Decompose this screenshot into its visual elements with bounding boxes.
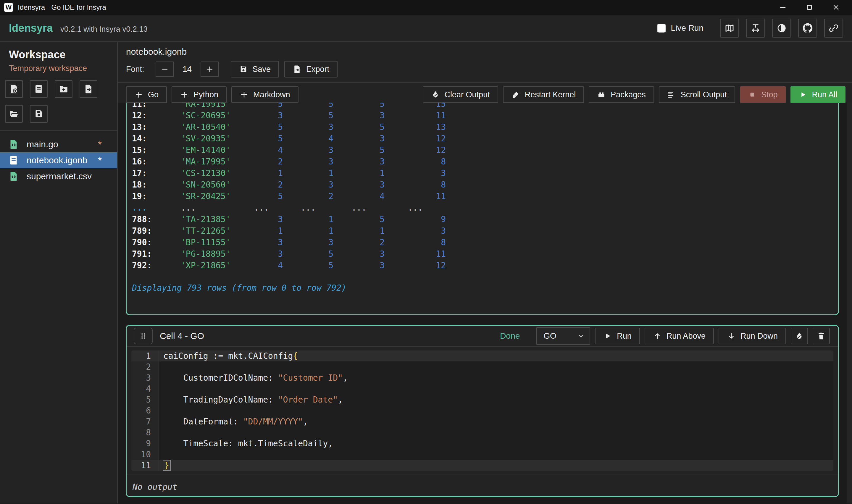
save-button[interactable]: Save	[231, 61, 279, 77]
row-index: 789:	[132, 225, 181, 237]
open-folder-button[interactable]	[5, 105, 23, 123]
new-notebook-icon	[34, 84, 44, 94]
maximize-icon[interactable]	[805, 3, 814, 12]
line-number: 2	[131, 361, 159, 372]
cell-language-select[interactable]: GO	[536, 327, 590, 345]
clear-cell-output-button[interactable]	[791, 328, 808, 344]
value-cell: 8	[385, 179, 446, 191]
restart-kernel-button[interactable]: Restart Kernel	[503, 86, 584, 103]
header-github-button[interactable]	[798, 19, 817, 38]
code-token: DateFormat:	[163, 417, 243, 427]
clear-output-button[interactable]: Clear Output	[423, 86, 498, 103]
new-notebook-button[interactable]	[30, 80, 48, 98]
run-down-button[interactable]: Run Down	[719, 328, 786, 344]
value-cell: 12	[385, 144, 446, 156]
file-name: supermarket.csv	[26, 171, 92, 181]
row-index: ...	[132, 202, 181, 214]
live-run-checkbox[interactable]	[657, 24, 666, 33]
row-index: 790:	[132, 237, 181, 248]
run-button[interactable]: Run	[595, 328, 640, 344]
workspace-tool-buttons	[5, 80, 111, 123]
cell4-code-editor[interactable]: 1caiConfig := mkt.CAIConfig{23 CustomerI…	[131, 350, 833, 471]
notebook-scroll-area[interactable]: 11:'RA-19915'5551512:'SC-20695'3531113:'…	[118, 103, 852, 503]
stop-button[interactable]: Stop	[740, 86, 786, 103]
code-line: 4	[131, 383, 833, 394]
customer-id-cell: 'XP-21865'	[181, 260, 240, 271]
add-go-cell-button[interactable]: Go	[126, 86, 167, 103]
value-cell: 3	[333, 110, 385, 121]
minimize-icon[interactable]	[779, 3, 787, 12]
output-table-footer: Displaying 793 rows (from row 0 to row 7…	[132, 283, 838, 293]
code-text: TimeScale: mkt.TimeScaleDaily,	[159, 438, 333, 449]
packages-button[interactable]: Packages	[589, 86, 654, 103]
new-file-button[interactable]	[5, 80, 23, 98]
code-token: ,	[303, 417, 308, 427]
header-link-button[interactable]	[824, 19, 843, 38]
stop-icon	[748, 90, 757, 99]
window-title: Idensyra - Go IDE for Insyra	[18, 3, 106, 12]
notebook-scrollbar[interactable]	[847, 103, 852, 503]
code-line: 3 CustomerIDColName: "Customer ID",	[131, 372, 833, 383]
window-controls	[779, 3, 840, 12]
add-python-cell-button[interactable]: Python	[171, 86, 226, 103]
new-folder-button[interactable]	[55, 80, 72, 98]
line-number: 1	[131, 350, 159, 361]
new-file-icon	[9, 84, 19, 94]
value-cell: ...	[240, 202, 283, 214]
sidebar-file-main.go[interactable]: main.go*	[0, 136, 117, 152]
import-file-button[interactable]	[79, 80, 97, 98]
header-contrast-button[interactable]	[772, 19, 791, 38]
value-cell: 1	[283, 167, 333, 179]
delete-cell-button[interactable]	[813, 328, 830, 344]
font-increase-button[interactable]	[201, 61, 219, 77]
code-token: {	[293, 351, 298, 361]
cell4-no-output: No output	[127, 474, 838, 492]
plus-icon	[205, 65, 214, 73]
version-label: v0.2.1 with Insyra v0.2.13	[60, 24, 148, 34]
header-map-button[interactable]	[720, 19, 739, 38]
sidebar-divider	[0, 130, 117, 131]
row-index: 14:	[132, 133, 181, 144]
sidebar-file-notebook.igonb[interactable]: notebook.igonb*	[0, 152, 117, 168]
import-file-icon	[84, 84, 93, 94]
close-icon[interactable]	[832, 3, 840, 12]
customer-id-cell: 'SC-20695'	[181, 110, 240, 121]
value-cell: 1	[333, 167, 385, 179]
run-above-button[interactable]: Run Above	[645, 328, 714, 344]
file-list: main.go*notebook.igonb*supermarket.csv	[0, 136, 117, 184]
play-icon	[799, 90, 807, 99]
add-markdown-cell-button[interactable]: Markdown	[231, 86, 298, 103]
customer-id-cell: 'SR-20425'	[181, 191, 240, 202]
sidebar-file-supermarket.csv[interactable]: supermarket.csv	[0, 168, 117, 184]
live-run-toggle[interactable]: Live Run	[657, 23, 704, 33]
cell-header-right: Done GO Run Run Above	[500, 327, 830, 345]
value-cell: 3	[240, 237, 283, 248]
save-workspace-button[interactable]	[30, 105, 48, 123]
code-token: caiConfig := mkt.CAIConfig	[163, 351, 293, 361]
value-cell: 2	[283, 191, 333, 202]
export-label: Export	[306, 65, 329, 74]
save-label: Save	[253, 65, 271, 74]
cell-status-badge: Done	[500, 331, 520, 341]
export-button[interactable]: Export	[284, 61, 338, 77]
line-number: 7	[131, 416, 159, 427]
button-label: Clear Output	[445, 90, 490, 100]
table-row: 17:'CS-12130'1113	[132, 167, 838, 179]
run-all-button[interactable]: Run All	[791, 86, 846, 103]
button-label: Packages	[611, 90, 646, 100]
cell-language-value: GO	[543, 331, 557, 341]
app-window: W Idensyra - Go IDE for Insyra Idensyra …	[0, 0, 852, 504]
header-text-width-button[interactable]	[746, 19, 765, 38]
row-index: 788:	[132, 214, 181, 225]
drag-handle-icon	[139, 331, 148, 340]
customer-id-cell: 'RA-19915'	[181, 103, 240, 110]
value-cell: 11	[385, 110, 446, 121]
arrow-up-icon	[653, 331, 662, 340]
value-cell: 5	[333, 103, 385, 110]
cell-drag-handle[interactable]	[134, 328, 153, 344]
scroll-output-button[interactable]: Scroll Output	[659, 86, 735, 103]
customer-id-cell: 'SN-20560'	[181, 179, 240, 191]
font-decrease-button[interactable]	[156, 61, 174, 77]
modified-star: *	[98, 155, 102, 166]
line-number: 5	[131, 394, 159, 405]
